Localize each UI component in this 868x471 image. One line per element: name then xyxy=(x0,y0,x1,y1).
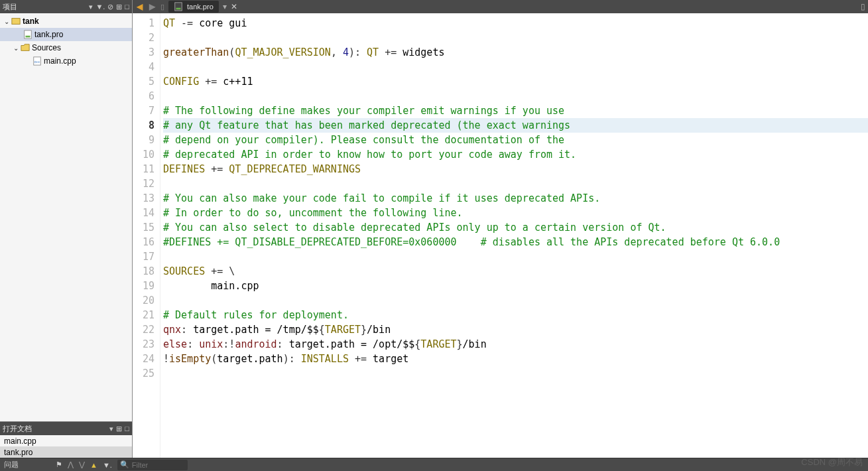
link-icon[interactable]: ⊘ xyxy=(107,3,113,11)
editor-tab[interactable]: tank.pro xyxy=(168,1,219,13)
chevron-down-icon[interactable]: ⌄ xyxy=(12,44,20,52)
nav-forward-button[interactable]: ▶ xyxy=(148,2,156,11)
tree-label: tank.pro xyxy=(34,30,63,39)
svg-rect-6 xyxy=(176,8,181,10)
open-documents-panel: 打开文档 ▾ ⊞ □ main.cpp tank.pro xyxy=(0,421,132,458)
nav-up-icon[interactable]: ⋀ xyxy=(68,460,74,469)
sidebar: 项目 ▾ ▼. ⊘ ⊞ □ ⌄ tank tank.pro xyxy=(0,0,133,458)
svg-rect-0 xyxy=(12,19,20,25)
issues-filter-box[interactable]: 🔍 xyxy=(117,460,188,470)
open-docs-title: 打开文档 xyxy=(3,424,109,434)
line-number-gutter: 1234567891011121314151617181920212223242… xyxy=(133,13,160,458)
tree-file-pro[interactable]: tank.pro xyxy=(0,28,132,41)
code-area[interactable]: QT -= core gui greaterThan(QT_MAJOR_VERS… xyxy=(160,13,868,458)
bottom-status-bar: 问题 ⚑ ⋀ ⋁ ▲ ▼. 🔍 xyxy=(0,458,868,471)
add-icon[interactable]: ⊞ xyxy=(116,3,122,11)
open-doc-item[interactable]: tank.pro xyxy=(0,446,132,458)
issues-filter-input[interactable] xyxy=(132,461,185,469)
warning-icon[interactable]: ▲ xyxy=(90,461,97,469)
doc-label: tank.pro xyxy=(4,448,32,457)
filter-funnel-icon[interactable]: ▼. xyxy=(103,461,112,469)
tree-label: main.cpp xyxy=(44,56,76,66)
split-icon[interactable]: ⊞ xyxy=(116,425,122,433)
dropdown-icon[interactable]: ▾ xyxy=(89,3,93,11)
project-panel-title: 项目 xyxy=(3,2,89,12)
tab-close-icon[interactable]: ✕ xyxy=(231,2,237,11)
tree-label: Sources xyxy=(32,43,61,52)
open-doc-item[interactable]: main.cpp xyxy=(0,435,132,446)
issues-tab[interactable]: 问题 xyxy=(4,460,19,470)
search-icon: 🔍 xyxy=(120,460,129,469)
open-docs-header: 打开文档 ▾ ⊞ □ xyxy=(0,422,132,435)
close-panel-icon[interactable]: □ xyxy=(125,425,129,433)
project-tree: ⌄ tank tank.pro ⌄ Sources xyxy=(0,13,132,421)
bookmark-icon[interactable]: ▯ xyxy=(160,3,164,11)
chevron-down-icon[interactable]: ⌄ xyxy=(3,18,11,25)
tree-file-main[interactable]: c++ main.cpp xyxy=(0,54,132,68)
split-editor-icon[interactable]: ▯ xyxy=(861,2,865,11)
dropdown-icon[interactable]: ▾ xyxy=(109,425,113,433)
nav-back-button[interactable]: ◀ xyxy=(135,2,144,11)
tab-dropdown-icon[interactable]: ▾ xyxy=(223,2,227,11)
filter-icon[interactable]: ▼. xyxy=(95,3,105,11)
tab-filename: tank.pro xyxy=(187,3,214,11)
pro-file-icon xyxy=(23,30,33,40)
code-editor[interactable]: 1234567891011121314151617181920212223242… xyxy=(133,13,868,458)
folder-icon xyxy=(20,43,31,53)
tree-root[interactable]: ⌄ tank xyxy=(0,15,132,28)
split-icon[interactable]: □ xyxy=(125,3,129,11)
project-panel-header: 项目 ▾ ▼. ⊘ ⊞ □ xyxy=(0,0,132,13)
svg-text:c++: c++ xyxy=(34,60,40,64)
tree-label: tank xyxy=(23,17,39,26)
tree-folder-sources[interactable]: ⌄ Sources xyxy=(0,41,132,54)
pro-file-icon xyxy=(174,2,183,11)
editor-pane: ◀ ▶ ▯ tank.pro ▾ ✕ ▯ 1234567891011121314… xyxy=(133,0,868,458)
project-icon xyxy=(11,17,21,27)
nav-down-icon[interactable]: ⋁ xyxy=(79,460,85,469)
editor-toolbar: ◀ ▶ ▯ tank.pro ▾ ✕ ▯ xyxy=(133,0,868,13)
doc-label: main.cpp xyxy=(4,437,36,446)
hierarchy-icon[interactable]: ⚑ xyxy=(56,460,62,469)
cpp-file-icon: c++ xyxy=(32,56,42,66)
svg-rect-2 xyxy=(26,36,31,38)
